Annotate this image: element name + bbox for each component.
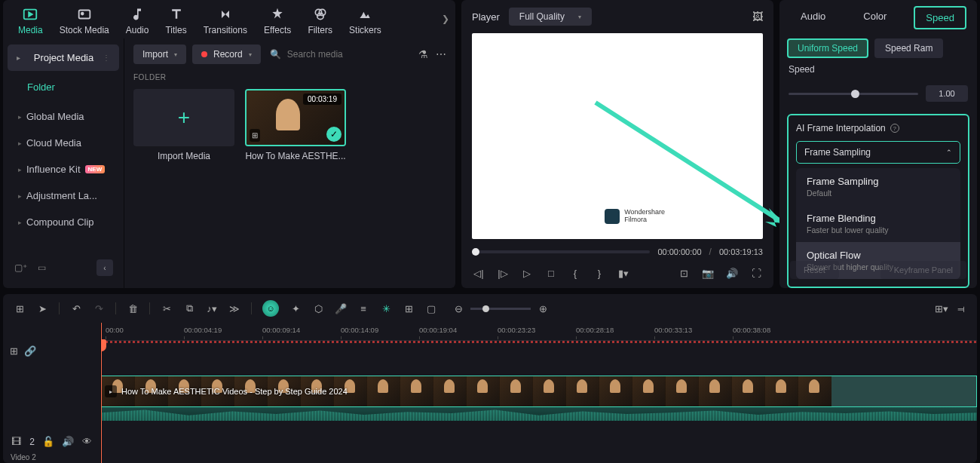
sidebar-compound-clip[interactable]: Compound Clip — [8, 209, 119, 235]
play-icon[interactable]: ▷ — [520, 268, 534, 279]
watermark: WondershareFilmora — [605, 209, 665, 224]
redo-icon[interactable]: ↷ — [93, 303, 105, 314]
media-clip[interactable]: 00:03:19 ⊞ ✓ How To Make AESTHE... — [245, 89, 346, 161]
playhead[interactable] — [101, 323, 102, 463]
box-icon[interactable]: ▢ — [425, 303, 437, 314]
quality-select[interactable]: Full Quality▾ — [509, 8, 592, 26]
video-type-icon: ⊞ — [250, 129, 260, 142]
undo-icon[interactable]: ↶ — [70, 303, 82, 314]
subtab-uniform[interactable]: Uniform Speed — [787, 38, 868, 58]
svg-rect-1 — [78, 11, 90, 19]
music-icon[interactable]: ♪▾ — [206, 303, 218, 314]
tabs-overflow[interactable]: ❯ — [442, 14, 449, 24]
timeline-settings-icon[interactable]: ⊞ — [14, 303, 26, 314]
mark-in-icon[interactable]: { — [568, 268, 582, 279]
sidebar-adjustment-layer[interactable]: Adjustment La... — [8, 182, 119, 209]
wondershare-icon — [605, 209, 620, 224]
stop-icon[interactable]: □ — [544, 268, 558, 279]
timeline-tracks[interactable]: 00:0000:00:04:1900:00:09:1400:00:14:0900… — [101, 323, 977, 463]
search-input[interactable] — [287, 49, 378, 60]
ai-icon[interactable]: ☺ — [262, 300, 279, 317]
fullscreen-icon[interactable]: ⛶ — [749, 268, 763, 279]
overflow-icon[interactable]: ≫ — [228, 303, 240, 314]
camera-icon[interactable]: 📷 — [701, 268, 715, 279]
player-viewport[interactable]: WondershareFilmora — [472, 33, 763, 239]
speed-label: Speed — [789, 64, 968, 75]
svg-point-5 — [317, 13, 323, 19]
grid-icon[interactable]: ⊞ — [403, 303, 415, 314]
collapse-sidebar[interactable]: ‹ — [96, 259, 113, 276]
titles-icon — [168, 6, 185, 23]
marker-icon[interactable]: ▮▾ — [617, 268, 630, 279]
prev-frame-icon[interactable]: ◁| — [472, 268, 485, 279]
zoom-in-icon[interactable]: ⊕ — [537, 303, 549, 314]
tab-stickers[interactable]: Stickers — [349, 6, 381, 35]
folder-icon[interactable]: ▭ — [35, 261, 48, 274]
filters-icon — [312, 6, 329, 23]
display-icon[interactable]: ⊡ — [677, 268, 691, 279]
main-tabs: Media Stock Media Audio Titles Transitio… — [3, 0, 455, 38]
add-track-icon[interactable]: ⊞ — [8, 345, 20, 357]
eye-icon[interactable]: 👁 — [81, 436, 93, 447]
project-media-header[interactable]: Project Media⋮ — [8, 44, 119, 71]
delete-icon[interactable]: 🗑 — [127, 303, 139, 314]
more-icon[interactable]: ⋯ — [436, 48, 446, 60]
info-icon[interactable]: ? — [890, 124, 899, 133]
interpolation-select[interactable]: Frame Sampling⌃ — [796, 141, 960, 164]
text-icon[interactable]: ≡ — [357, 303, 369, 314]
clip-title: How To Make AESTHETIC Videos - Step by S… — [121, 387, 348, 396]
sidebar-global-media[interactable]: Global Media — [8, 103, 119, 130]
sidebar-cloud-media[interactable]: Cloud Media — [8, 130, 119, 156]
mark-out-icon[interactable]: } — [593, 268, 606, 279]
folder-header: FOLDER — [133, 73, 446, 81]
zoom-out-icon[interactable]: ⊖ — [452, 303, 464, 314]
link-icon[interactable]: 🔗 — [24, 345, 36, 357]
import-button[interactable]: Import▾ — [133, 44, 186, 64]
shield-icon[interactable]: ⬡ — [312, 303, 324, 314]
new-folder-icon[interactable]: ▢⁺ — [14, 261, 27, 274]
speed-value[interactable]: 1.00 — [926, 85, 968, 102]
highlight-icon[interactable]: ✳ — [380, 303, 392, 314]
prop-tab-speed[interactable]: Speed — [914, 6, 966, 29]
mic-icon[interactable]: 🎤 — [335, 303, 347, 314]
zoom-slider[interactable] — [470, 308, 531, 310]
sparkle-icon[interactable]: ✦ — [289, 303, 302, 314]
tab-transitions[interactable]: Transitions — [204, 6, 247, 35]
opt-frame-sampling[interactable]: Frame SamplingDefault — [796, 168, 960, 205]
import-media-tile[interactable]: + Import Media — [133, 89, 234, 161]
tab-filters[interactable]: Filters — [308, 6, 332, 35]
tab-stock[interactable]: Stock Media — [60, 6, 109, 35]
lock-icon[interactable]: 🔓 — [42, 436, 54, 447]
opt-frame-blending[interactable]: Frame BlendingFaster but lower quality — [796, 205, 960, 242]
split-icon[interactable]: ✂ — [161, 303, 173, 314]
mute-icon[interactable]: 🔊 — [62, 436, 74, 447]
scrub-bar[interactable] — [472, 250, 650, 253]
reset-button[interactable]: Reset — [790, 261, 839, 279]
pointer-icon[interactable]: ➤ — [36, 303, 48, 314]
media-toolbar: Import▾ Record▾ 🔍 ⚗ ⋯ — [133, 44, 446, 64]
duration-badge: 00:03:19 — [303, 94, 341, 105]
crop-icon[interactable]: ⧉ — [183, 302, 195, 314]
mixer-icon[interactable]: ⫤ — [954, 303, 966, 314]
tab-effects[interactable]: Effects — [264, 6, 291, 35]
tab-media[interactable]: Media — [18, 6, 43, 35]
volume-icon[interactable]: 🔊 — [725, 268, 739, 279]
snapshot-icon[interactable]: 🖼 — [752, 11, 763, 23]
view-icon[interactable]: ⊞▾ — [935, 303, 947, 314]
prop-tab-color[interactable]: Color — [853, 6, 897, 29]
record-button[interactable]: Record▾ — [192, 44, 261, 64]
svg-point-2 — [81, 13, 84, 15]
next-frame-icon[interactable]: |▷ — [496, 268, 510, 279]
tab-titles[interactable]: Titles — [165, 6, 186, 35]
folder-label[interactable]: Folder — [8, 71, 119, 103]
tab-audio[interactable]: Audio — [126, 6, 149, 35]
filter-icon[interactable]: ⚗ — [418, 48, 428, 60]
speed-slider[interactable] — [789, 93, 918, 95]
sidebar-influence-kit[interactable]: Influence KitNEW — [8, 156, 119, 182]
keyframe-panel-button[interactable]: Keyframe Panel — [880, 261, 966, 279]
prop-tab-audio[interactable]: Audio — [790, 6, 836, 29]
timeline-clip[interactable]: ▸ How To Make AESTHETIC Videos - Step by… — [101, 376, 977, 407]
subtab-ramp[interactable]: Speed Ram — [874, 38, 943, 58]
audio-waveform[interactable] — [101, 407, 977, 421]
plus-icon: + — [178, 106, 190, 130]
